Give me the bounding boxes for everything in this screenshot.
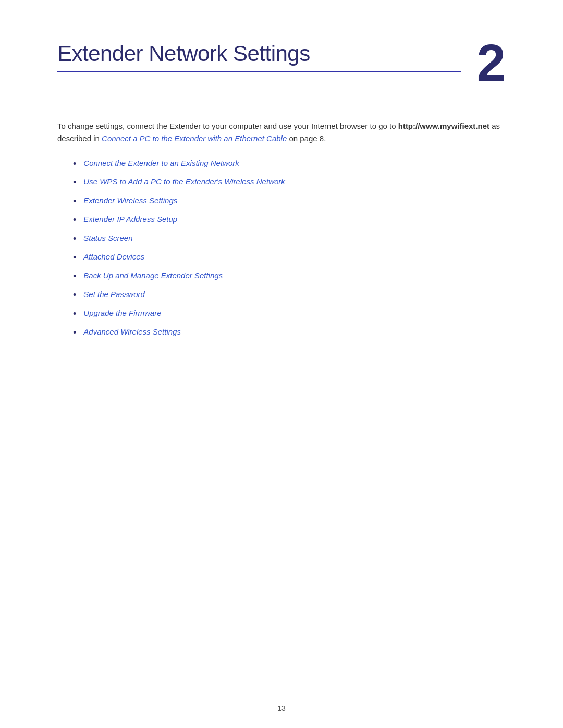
chapter-number: 2 <box>476 36 506 89</box>
footer-line <box>57 699 506 699</box>
bullet-dot: • <box>73 307 76 321</box>
list-item: • Upgrade the Firmware <box>73 307 506 321</box>
list-item: • Extender IP Address Setup <box>73 214 506 227</box>
bullet-link-advanced-wireless[interactable]: Advanced Wireless Settings <box>83 326 181 338</box>
footer-page-number: 13 <box>277 704 286 712</box>
intro-text-before: To change settings, connect the Extender… <box>57 121 398 130</box>
list-item: • Extender Wireless Settings <box>73 195 506 208</box>
bullet-dot: • <box>73 269 76 283</box>
bullet-link-status-screen[interactable]: Status Screen <box>83 232 132 244</box>
bullet-link-set-password[interactable]: Set the Password <box>83 289 145 301</box>
page-container: Extender Network Settings 2 To change se… <box>0 0 563 728</box>
list-item: • Advanced Wireless Settings <box>73 326 506 340</box>
bullet-link-3[interactable]: Extender Wireless Settings <box>83 195 177 207</box>
list-item: • Use WPS to Add a PC to the Extender's … <box>73 176 506 190</box>
chapter-title: Extender Network Settings <box>57 42 461 66</box>
bullet-link-upgrade-firmware[interactable]: Upgrade the Firmware <box>83 307 161 319</box>
list-item: • Connect the Extender to an Existing Ne… <box>73 157 506 171</box>
bullet-link-backup[interactable]: Back Up and Manage Extender Settings <box>83 270 223 282</box>
bullet-link-1[interactable]: Connect the Extender to an Existing Netw… <box>83 157 239 169</box>
header-section: Extender Network Settings 2 <box>57 42 506 89</box>
intro-bold-url: http://www.mywifiext.net <box>398 121 489 130</box>
bullet-list: • Connect the Extender to an Existing Ne… <box>73 157 506 340</box>
bullet-dot: • <box>73 176 76 190</box>
bullet-link-2[interactable]: Use WPS to Add a PC to the Extender's Wi… <box>83 176 285 188</box>
bullet-dot: • <box>73 194 76 208</box>
bullet-link-attached-devices[interactable]: Attached Devices <box>83 251 144 263</box>
intro-paragraph: To change settings, connect the Extender… <box>57 120 506 145</box>
bullet-dot: • <box>73 288 76 302</box>
list-item: • Attached Devices <box>73 251 506 265</box>
intro-text-after-link: on page 8. <box>287 134 326 143</box>
bullet-link-4[interactable]: Extender IP Address Setup <box>83 214 177 226</box>
bullet-dot: • <box>73 213 76 227</box>
bullet-dot: • <box>73 232 76 246</box>
chapter-title-block: Extender Network Settings <box>57 42 461 72</box>
bullet-dot: • <box>73 251 76 265</box>
list-item: • Back Up and Manage Extender Settings <box>73 270 506 283</box>
list-item: • Status Screen <box>73 232 506 246</box>
bullet-dot: • <box>73 326 76 340</box>
title-underline <box>57 71 461 72</box>
intro-link-text[interactable]: Connect a PC to the Extender with an Eth… <box>102 134 287 143</box>
list-item: • Set the Password <box>73 289 506 302</box>
bullet-dot: • <box>73 157 76 171</box>
